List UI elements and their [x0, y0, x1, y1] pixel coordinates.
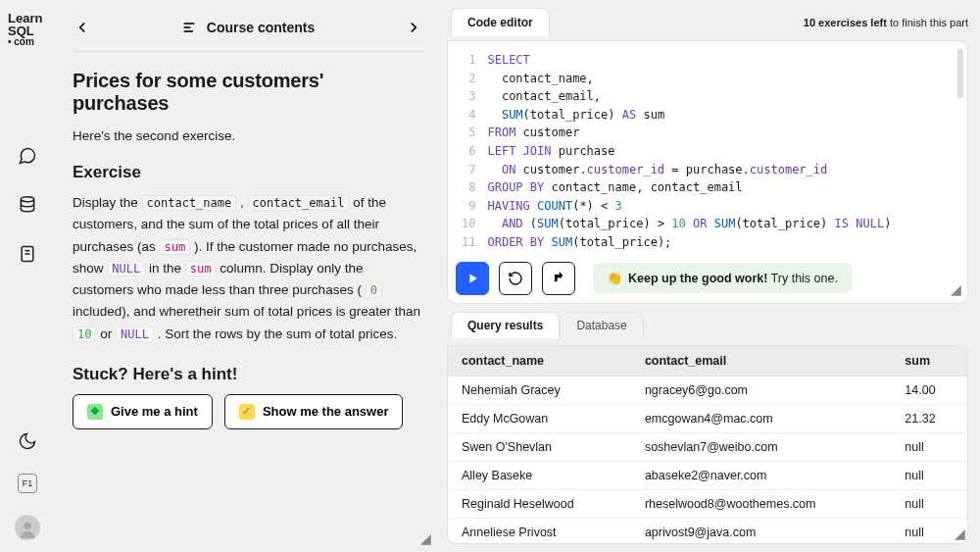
lesson-title: Prices for some customers' purchases	[73, 70, 423, 115]
next-arrow[interactable]	[404, 18, 423, 37]
tab-database[interactable]: Database	[560, 312, 643, 338]
play-icon	[465, 271, 480, 286]
results-panel: contact_namecontact_emailsum Nehemiah Gr…	[447, 345, 968, 544]
notes-icon[interactable]	[17, 243, 38, 265]
column-header: sum	[891, 346, 967, 376]
give-hint-button[interactable]: ❖ Give me a hint	[73, 394, 213, 429]
prev-arrow[interactable]	[73, 18, 92, 37]
svg-point-0	[21, 197, 33, 202]
table-row: Nehemiah Graceyngracey6@go.com14.00	[448, 376, 967, 404]
svg-point-4	[24, 523, 30, 529]
tab-query-results[interactable]: Query results	[451, 312, 560, 338]
resize-handle[interactable]: ◢	[951, 281, 961, 297]
side-rail: Learn SQL • com F1	[0, 0, 55, 552]
brand-logo: Learn SQL • com	[0, 12, 55, 47]
line-gutter: 1234567891011	[456, 51, 487, 252]
check-icon: ✓	[239, 404, 255, 420]
list-icon	[181, 20, 197, 35]
results-table: contact_namecontact_emailsum Nehemiah Gr…	[448, 346, 967, 544]
hint-heading: Stuck? Here's a hint!	[73, 365, 423, 384]
code-editor[interactable]: 1234567891011 SELECT contact_name, conta…	[447, 40, 968, 304]
code-editor-tab[interactable]: Code editor	[451, 8, 550, 36]
exercise-heading: Exercise	[73, 163, 423, 182]
f1-key-badge[interactable]: F1	[18, 474, 37, 493]
column-header: contact_name	[448, 346, 631, 376]
progress-text: 10 exercises left to finish this part	[804, 17, 968, 28]
avatar[interactable]	[15, 515, 40, 540]
hint-icon: ❖	[87, 404, 103, 420]
resize-handle[interactable]: ◢	[420, 530, 431, 546]
table-row: Reginald Heselwoodrheselwood8@woothemes.…	[448, 489, 967, 518]
lesson-intro: Here's the second exercise.	[73, 128, 423, 143]
reset-icon	[508, 271, 523, 286]
table-row: Eddy McGowanemcgowan4@mac.com21.32	[448, 404, 967, 432]
theme-icon[interactable]	[17, 430, 38, 452]
feedback-banner: 👏 Keep up the good work! Try this one.	[593, 263, 852, 293]
show-answer-button[interactable]: ✓ Show me the answer	[224, 394, 404, 429]
exercise-description: Display the contact_name , contact_email…	[73, 192, 423, 345]
instructions-pane: Course contents Prices for some customer…	[55, 0, 447, 552]
chat-icon[interactable]	[17, 145, 38, 167]
clap-icon: 👏	[607, 271, 622, 285]
share-button[interactable]	[542, 262, 575, 295]
table-row: Anneliese Privostaprivost9@java.comnull	[448, 518, 967, 544]
table-row: Alley Basekeabaseke2@naver.comnull	[448, 461, 967, 489]
resize-handle[interactable]: ◢	[955, 526, 965, 541]
course-contents-button[interactable]: Course contents	[181, 20, 315, 35]
database-icon[interactable]	[17, 194, 38, 216]
table-row: Swen O'Shevlansoshevlan7@weibo.comnull	[448, 432, 967, 461]
course-contents-label: Course contents	[207, 20, 315, 35]
column-header: contact_email	[631, 346, 891, 376]
code-content[interactable]: SELECT contact_name, contact_email, SUM(…	[487, 51, 959, 252]
run-button[interactable]	[456, 262, 489, 295]
reset-button[interactable]	[499, 262, 532, 295]
editor-scrollbar[interactable]	[957, 49, 963, 295]
